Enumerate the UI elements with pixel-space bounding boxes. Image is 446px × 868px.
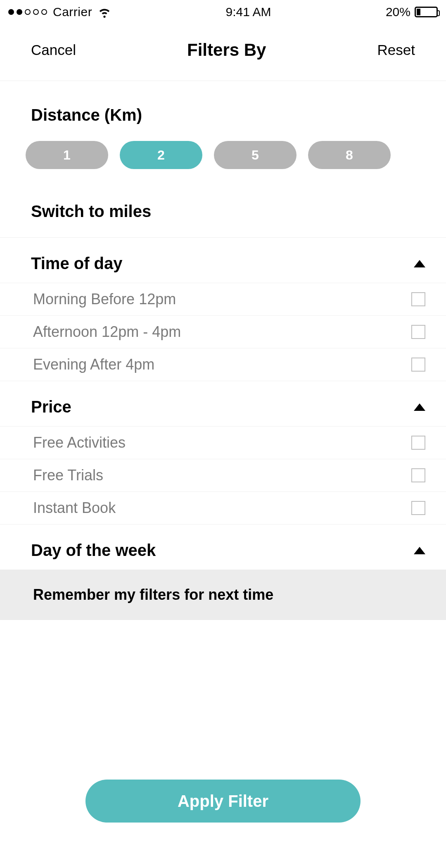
time-option-label: Afternoon 12pm - 4pm [33, 323, 181, 341]
checkbox[interactable] [411, 325, 425, 339]
chevron-up-icon [414, 403, 425, 411]
time-of-day-options: Morning Before 12pm Afternoon 12pm - 4pm… [0, 283, 446, 381]
battery-percent: 20% [386, 5, 410, 19]
time-of-day-header[interactable]: Time of day [0, 238, 446, 283]
distance-pill-5[interactable]: 5 [214, 141, 297, 169]
page-title: Filters By [187, 40, 266, 60]
price-option-label: Free Activities [33, 434, 126, 451]
price-option-free-trials[interactable]: Free Trials [0, 459, 446, 492]
price-title: Price [31, 398, 71, 416]
apply-filter-button[interactable]: Apply Filter [85, 780, 361, 823]
signal-dots-icon [8, 9, 47, 15]
checkbox[interactable] [411, 292, 425, 306]
distance-heading: Distance (Km) [0, 106, 446, 141]
distance-section: Distance (Km) 1 2 5 8 Switch to miles [0, 81, 446, 238]
checkbox[interactable] [411, 436, 425, 450]
time-option-morning[interactable]: Morning Before 12pm [0, 283, 446, 316]
price-option-instant-book[interactable]: Instant Book [0, 492, 446, 525]
time-option-afternoon[interactable]: Afternoon 12pm - 4pm [0, 316, 446, 348]
status-right: 20% [386, 5, 438, 19]
time-of-day-title: Time of day [31, 254, 123, 273]
distance-pill-1[interactable]: 1 [26, 141, 108, 169]
time-option-label: Evening After 4pm [33, 356, 154, 373]
checkbox[interactable] [411, 468, 425, 482]
day-of-week-title: Day of the week [31, 541, 156, 560]
time-option-label: Morning Before 12pm [33, 291, 176, 308]
price-option-label: Free Trials [33, 467, 103, 484]
remember-filters-label: Remember my filters for next time [33, 586, 273, 603]
cancel-button[interactable]: Cancel [31, 42, 76, 58]
checkbox[interactable] [411, 358, 425, 372]
battery-icon [415, 7, 438, 17]
status-bar: Carrier 9:41 AM 20% [0, 0, 446, 24]
distance-pill-row: 1 2 5 8 [0, 141, 446, 194]
status-left: Carrier [8, 5, 111, 19]
carrier-label: Carrier [53, 5, 92, 19]
distance-pill-8[interactable]: 8 [308, 141, 391, 169]
distance-pill-2[interactable]: 2 [120, 141, 202, 169]
price-option-label: Instant Book [33, 499, 116, 517]
price-options: Free Activities Free Trials Instant Book [0, 426, 446, 525]
apply-button-wrap: Apply Filter [0, 751, 446, 868]
switch-to-miles[interactable]: Switch to miles [0, 194, 446, 238]
status-time: 9:41 AM [226, 5, 271, 19]
wifi-icon [98, 5, 111, 19]
chevron-up-icon [414, 260, 425, 267]
time-option-evening[interactable]: Evening After 4pm [0, 348, 446, 381]
checkbox[interactable] [411, 501, 425, 515]
day-of-week-header[interactable]: Day of the week [0, 525, 446, 570]
price-header[interactable]: Price [0, 381, 446, 426]
chevron-up-icon [414, 547, 425, 554]
price-option-free-activities[interactable]: Free Activities [0, 426, 446, 459]
remember-filters-row[interactable]: Remember my filters for next time [0, 570, 446, 620]
nav-bar: Cancel Filters By Reset [0, 24, 446, 81]
reset-button[interactable]: Reset [377, 42, 415, 58]
